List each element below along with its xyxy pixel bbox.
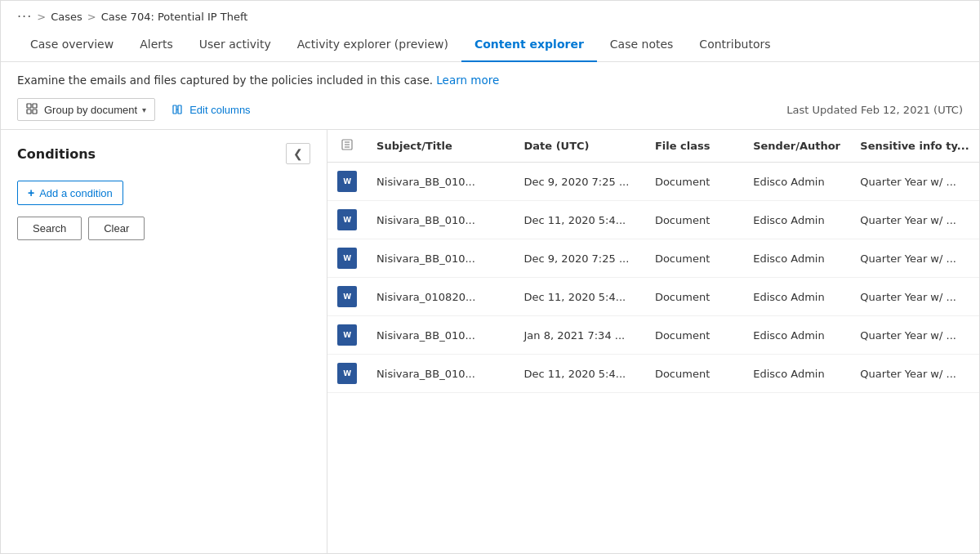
- breadcrumb-sep2: >: [87, 11, 96, 23]
- add-condition-label: Add a condition: [39, 187, 113, 199]
- table-header-row: Subject/Title Date (UTC) File class Send…: [327, 130, 979, 163]
- svg-rect-3: [33, 109, 37, 114]
- cell-fileclass-2: Document: [645, 239, 743, 278]
- file-icon-0: W: [337, 171, 357, 192]
- col-header-sender: Sender/Author: [743, 130, 850, 163]
- file-icon-5: W: [337, 363, 357, 384]
- table-row[interactable]: W Nisivara_010820... Dec 11, 2020 5:4...…: [327, 278, 979, 316]
- cell-sender-1: Edisco Admin: [743, 201, 850, 239]
- col-header-subject: Subject/Title: [367, 130, 514, 163]
- edit-columns-icon: [172, 103, 185, 116]
- cell-sensitive-0: Quarter Year w/ ...: [850, 163, 979, 201]
- edit-columns-button[interactable]: Edit columns: [165, 99, 256, 120]
- btn-row: Search Clear: [17, 217, 310, 240]
- cell-subject-1: Nisivara_BB_010...: [367, 201, 514, 239]
- conditions-panel: Conditions ❮ + Add a condition Search Cl…: [1, 130, 327, 553]
- conditions-title: Conditions: [17, 146, 96, 162]
- content-table: Subject/Title Date (UTC) File class Send…: [327, 130, 979, 393]
- clear-button[interactable]: Clear: [88, 217, 145, 240]
- tab-case-overview[interactable]: Case overview: [17, 29, 127, 62]
- cell-date-4: Jan 8, 2021 7:34 ...: [514, 316, 645, 355]
- cell-date-3: Dec 11, 2020 5:4...: [514, 278, 645, 316]
- group-by-button[interactable]: Group by document ▾: [17, 98, 155, 121]
- cell-fileclass-3: Document: [645, 278, 743, 316]
- plus-icon: +: [28, 186, 34, 199]
- svg-rect-0: [27, 104, 31, 108]
- table-row[interactable]: W Nisivara_BB_010... Dec 11, 2020 5:4...…: [327, 355, 979, 393]
- col-header-icon: [327, 130, 367, 163]
- file-icon-4: W: [337, 324, 357, 346]
- cell-subject-2: Nisivara_BB_010...: [367, 239, 514, 278]
- cell-date-2: Dec 9, 2020 7:25 ...: [514, 239, 645, 278]
- conditions-header: Conditions ❮: [17, 143, 310, 164]
- toolbar: Group by document ▾ Edit columns Last Up…: [1, 95, 979, 129]
- breadcrumb-dots[interactable]: ···: [17, 9, 32, 25]
- collapse-button[interactable]: ❮: [286, 143, 310, 164]
- learn-more-link[interactable]: Learn more: [436, 74, 499, 87]
- description-row: Examine the emails and files captured by…: [1, 62, 979, 95]
- add-condition-button[interactable]: + Add a condition: [17, 181, 123, 205]
- svg-rect-5: [178, 105, 181, 114]
- cell-icon-0: W: [327, 163, 367, 201]
- search-button[interactable]: Search: [17, 217, 82, 240]
- description-text: Examine the emails and files captured by…: [17, 74, 433, 87]
- cell-date-0: Dec 9, 2020 7:25 ...: [514, 163, 645, 201]
- file-icon-3: W: [337, 286, 357, 307]
- breadcrumb: ··· > Cases > Case 704: Potential IP The…: [1, 1, 979, 29]
- svg-rect-1: [33, 104, 37, 108]
- cell-icon-1: W: [327, 201, 367, 239]
- breadcrumb-sep1: >: [37, 11, 46, 23]
- cell-icon-4: W: [327, 316, 367, 355]
- breadcrumb-cases[interactable]: Cases: [51, 11, 82, 23]
- cell-sender-5: Edisco Admin: [743, 355, 850, 393]
- file-icon-2: W: [337, 248, 357, 269]
- cell-date-1: Dec 11, 2020 5:4...: [514, 201, 645, 239]
- table-area: Subject/Title Date (UTC) File class Send…: [327, 130, 979, 553]
- cell-fileclass-4: Document: [645, 316, 743, 355]
- table-row[interactable]: W Nisivara_BB_010... Jan 8, 2021 7:34 ..…: [327, 316, 979, 355]
- select-all-icon[interactable]: [341, 138, 354, 151]
- cell-sensitive-2: Quarter Year w/ ...: [850, 239, 979, 278]
- cell-sender-0: Edisco Admin: [743, 163, 850, 201]
- tab-activity-explorer[interactable]: Activity explorer (preview): [284, 29, 461, 62]
- table-row[interactable]: W Nisivara_BB_010... Dec 9, 2020 7:25 ..…: [327, 163, 979, 201]
- cell-subject-3: Nisivara_010820...: [367, 278, 514, 316]
- toolbar-left: Group by document ▾ Edit columns: [17, 98, 257, 121]
- cell-icon-2: W: [327, 239, 367, 278]
- chevron-down-icon: ▾: [142, 105, 146, 114]
- tab-contributors[interactable]: Contributors: [686, 29, 783, 62]
- svg-rect-4: [173, 105, 176, 114]
- cell-sensitive-3: Quarter Year w/ ...: [850, 278, 979, 316]
- edit-columns-label: Edit columns: [189, 104, 250, 116]
- table-row[interactable]: W Nisivara_BB_010... Dec 11, 2020 5:4...…: [327, 201, 979, 239]
- last-updated: Last Updated Feb 12, 2021 (UTC): [786, 104, 963, 116]
- tab-case-notes[interactable]: Case notes: [597, 29, 687, 62]
- tab-user-activity[interactable]: User activity: [186, 29, 284, 62]
- cell-fileclass-5: Document: [645, 355, 743, 393]
- cell-subject-4: Nisivara_BB_010...: [367, 316, 514, 355]
- tab-alerts[interactable]: Alerts: [127, 29, 186, 62]
- cell-sensitive-1: Quarter Year w/ ...: [850, 201, 979, 239]
- col-header-fileclass: File class: [645, 130, 743, 163]
- cell-fileclass-0: Document: [645, 163, 743, 201]
- cell-subject-0: Nisivara_BB_010...: [367, 163, 514, 201]
- col-header-date: Date (UTC): [514, 130, 645, 163]
- breadcrumb-current: Case 704: Potential IP Theft: [101, 11, 248, 23]
- cell-sender-3: Edisco Admin: [743, 278, 850, 316]
- svg-rect-2: [27, 109, 31, 114]
- cell-fileclass-1: Document: [645, 201, 743, 239]
- file-icon-1: W: [337, 209, 357, 230]
- tab-content-explorer[interactable]: Content explorer: [461, 29, 597, 62]
- cell-date-5: Dec 11, 2020 5:4...: [514, 355, 645, 393]
- nav-tabs: Case overview Alerts User activity Activ…: [1, 29, 979, 62]
- cell-sensitive-5: Quarter Year w/ ...: [850, 355, 979, 393]
- cell-sensitive-4: Quarter Year w/ ...: [850, 316, 979, 355]
- grid-icon: [26, 103, 39, 116]
- cell-sender-2: Edisco Admin: [743, 239, 850, 278]
- col-header-sensitive: Sensitive info ty...: [850, 130, 979, 163]
- cell-subject-5: Nisivara_BB_010...: [367, 355, 514, 393]
- main-area: Conditions ❮ + Add a condition Search Cl…: [1, 129, 979, 553]
- table-row[interactable]: W Nisivara_BB_010... Dec 9, 2020 7:25 ..…: [327, 239, 979, 278]
- table-body: W Nisivara_BB_010... Dec 9, 2020 7:25 ..…: [327, 163, 979, 393]
- group-by-label: Group by document: [44, 104, 137, 116]
